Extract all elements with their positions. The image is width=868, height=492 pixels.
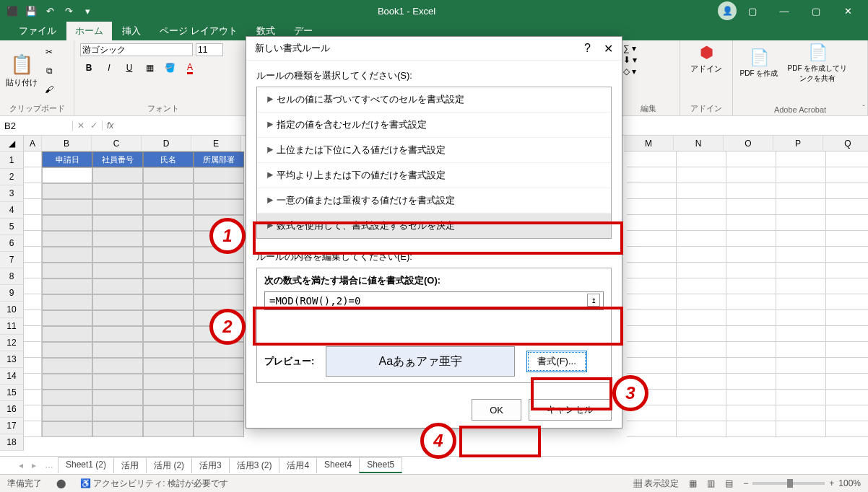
cell[interactable]: [726, 231, 776, 247]
cell[interactable]: [677, 263, 726, 278]
cell[interactable]: [726, 199, 776, 215]
cell[interactable]: [726, 390, 776, 405]
cell[interactable]: [826, 167, 868, 183]
cell[interactable]: [677, 215, 726, 231]
cell[interactable]: [776, 199, 826, 215]
cell[interactable]: [24, 326, 42, 342]
cell[interactable]: [677, 405, 726, 421]
cell[interactable]: [92, 390, 143, 405]
cell[interactable]: [143, 215, 194, 231]
cell[interactable]: [194, 167, 244, 183]
cell[interactable]: [776, 183, 826, 199]
cell[interactable]: [826, 310, 868, 326]
cell[interactable]: [42, 183, 92, 199]
cell[interactable]: [726, 310, 776, 326]
col-header[interactable]: O: [724, 136, 773, 151]
cell[interactable]: [726, 358, 776, 374]
cell[interactable]: [24, 278, 42, 294]
cell[interactable]: [627, 326, 677, 342]
cell[interactable]: [627, 247, 677, 263]
cell[interactable]: [726, 294, 776, 310]
cell[interactable]: [826, 247, 868, 263]
cell[interactable]: [677, 374, 726, 390]
sheet-nav-prev[interactable]: ◂: [14, 460, 27, 470]
rule-item-2[interactable]: 上位または下位に入る値だけを書式設定: [257, 138, 611, 163]
cell[interactable]: [92, 247, 143, 263]
rule-item-4[interactable]: 一意の値または重複する値だけを書式設定: [257, 188, 611, 214]
row-header[interactable]: 11: [0, 318, 24, 335]
cell[interactable]: [143, 263, 194, 278]
tab-insert[interactable]: 挿入: [113, 22, 149, 40]
display-settings[interactable]: ▦ 表示設定: [633, 478, 679, 490]
cell[interactable]: [92, 167, 143, 183]
zoom-slider[interactable]: − + 100%: [743, 478, 861, 488]
cell[interactable]: [42, 231, 92, 247]
sheet-tab[interactable]: 活用 (2): [146, 457, 192, 473]
sheet-tab[interactable]: 活用3: [191, 457, 230, 473]
cell[interactable]: [92, 278, 143, 294]
view-normal-icon[interactable]: ▦: [689, 478, 697, 488]
cell[interactable]: [143, 374, 194, 390]
cell[interactable]: [726, 278, 776, 294]
sheet-nav-more[interactable]: …: [40, 460, 58, 470]
cell[interactable]: [726, 247, 776, 263]
cell[interactable]: [92, 231, 143, 247]
cell[interactable]: [677, 342, 726, 358]
rule-item-5[interactable]: 数式を使用して、書式設定するセルを決定: [257, 214, 611, 238]
sheet-tab[interactable]: Sheet1 (2): [58, 457, 114, 473]
cell[interactable]: [776, 374, 826, 390]
col-header[interactable]: N: [674, 136, 724, 151]
cell[interactable]: [24, 374, 42, 390]
cell[interactable]: [42, 247, 92, 263]
select-all[interactable]: ◢: [0, 136, 24, 152]
font-color-icon[interactable]: A: [181, 59, 199, 76]
col-header[interactable]: Q: [823, 136, 868, 151]
cell[interactable]: [776, 167, 826, 183]
close-button[interactable]: ✕: [832, 0, 864, 22]
zoom-in-icon[interactable]: +: [829, 478, 834, 488]
addin-icon[interactable]: ⬢: [700, 43, 713, 62]
cell[interactable]: [143, 231, 194, 247]
dialog-close-icon[interactable]: ✕: [604, 42, 613, 56]
ok-button[interactable]: OK: [472, 399, 521, 421]
addin-label[interactable]: アドイン: [690, 63, 722, 74]
cell[interactable]: [194, 374, 244, 390]
qa-more-icon[interactable]: ▾: [79, 3, 95, 19]
rule-item-1[interactable]: 指定の値を含むセルだけを書式設定: [257, 113, 611, 138]
cell[interactable]: [92, 199, 143, 215]
tab-home[interactable]: ホーム: [66, 22, 112, 40]
zoom-out-icon[interactable]: −: [743, 478, 748, 488]
cell[interactable]: [194, 390, 244, 405]
row-header[interactable]: 9: [0, 285, 24, 302]
pdf-create-icon[interactable]: 📄: [750, 48, 769, 67]
cell[interactable]: [42, 342, 92, 358]
cell[interactable]: [24, 405, 42, 421]
row-header[interactable]: 5: [0, 219, 24, 235]
row-header[interactable]: 7: [0, 252, 24, 268]
col-header[interactable]: C: [92, 136, 142, 151]
cell[interactable]: [143, 326, 194, 342]
cell[interactable]: [826, 405, 868, 421]
cell[interactable]: [24, 167, 42, 183]
bold-button[interactable]: B: [80, 59, 97, 76]
cell[interactable]: [776, 151, 826, 167]
cell[interactable]: [42, 199, 92, 215]
row-header[interactable]: 10: [0, 302, 24, 318]
cell[interactable]: [143, 278, 194, 294]
minimize-button[interactable]: —: [768, 0, 800, 22]
row-header[interactable]: 17: [0, 418, 24, 434]
font-size-input[interactable]: [196, 43, 223, 56]
cell[interactable]: [776, 247, 826, 263]
cell[interactable]: [143, 390, 194, 405]
italic-button[interactable]: I: [100, 59, 118, 76]
cell[interactable]: [194, 405, 244, 421]
enter-formula-icon[interactable]: ✓: [90, 120, 97, 131]
cell[interactable]: [826, 231, 868, 247]
cell[interactable]: [194, 342, 244, 358]
row-header[interactable]: 8: [0, 268, 24, 285]
user-avatar[interactable]: 👤: [718, 1, 737, 20]
autosum-icon[interactable]: ∑ ▾: [623, 43, 636, 53]
cell[interactable]: [627, 358, 677, 374]
table-header[interactable]: 氏名: [143, 151, 194, 167]
cell[interactable]: [194, 294, 244, 310]
